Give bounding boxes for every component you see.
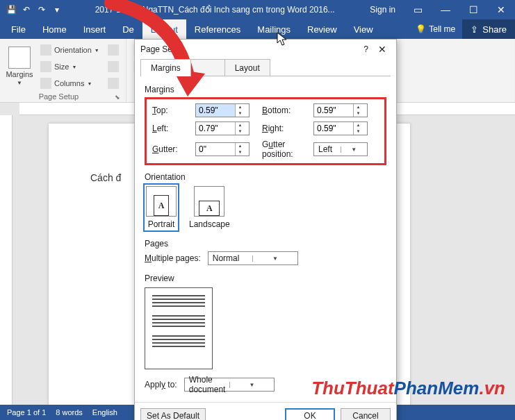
columns-label: Columns [54,79,84,87]
orientation-button[interactable]: Orientation ▼ [38,43,102,57]
dialog-help-button[interactable]: ? [358,44,374,54]
tab-view[interactable]: View [345,19,382,39]
tab-layout[interactable]: Layout [142,19,186,39]
dialog-close-button[interactable]: ✕ [374,44,391,55]
hyphenation-icon [108,78,119,89]
columns-button[interactable]: Columns ▼ [38,76,102,90]
cancel-button[interactable]: Cancel [341,408,391,420]
gutter-position-label: Gutter position: [250,140,313,159]
share-label: Share [482,24,507,35]
right-spinner[interactable]: ▲▼ [313,121,368,135]
orientation-landscape[interactable]: A Landscape [188,185,231,230]
ribbon-tabs: File Home Insert De Layout References Ma… [0,19,515,39]
margins-label: Margins [6,70,33,78]
orientation-label: Orientation [54,46,92,54]
tab-references[interactable]: References [186,19,249,39]
spin-up-icon[interactable]: ▲ [236,104,245,110]
multiple-pages-combo[interactable]: Normal▼ [208,251,298,265]
minimize-button[interactable]: — [432,4,459,15]
spin-up-icon[interactable]: ▲ [236,122,245,128]
page-setup-group-label: Page Setup [4,91,113,101]
qat-customize-icon[interactable]: ▾ [51,4,63,15]
chevron-down-icon: ▼ [17,80,22,86]
spin-down-icon[interactable]: ▼ [236,149,245,156]
margins-button[interactable]: Margins ▼ [4,42,35,91]
tab-file[interactable]: File [3,19,34,39]
window-title: 2017-11-30_NgaTTN_Cách đổi Inch sang cm … [68,5,361,15]
set-as-default-button[interactable]: Set As Default [140,408,206,420]
apply-to-label: Apply to: [145,380,177,389]
spin-down-icon[interactable]: ▼ [236,110,245,117]
tab-mailings[interactable]: Mailings [249,19,299,39]
size-button[interactable]: Size ▼ [38,60,102,74]
multiple-pages-value: Normal [209,253,253,263]
chevron-down-icon: ▼ [229,382,273,388]
size-icon [40,61,51,72]
left-spinner[interactable]: ▲▼ [195,121,250,135]
chevron-down-icon: ▼ [87,81,92,86]
right-label: Right: [250,124,313,133]
tab-insert[interactable]: Insert [75,19,115,39]
breaks-button[interactable] [105,43,122,57]
close-window-button[interactable]: ✕ [487,4,515,15]
chevron-down-icon: ▼ [95,48,99,53]
page-setup-dialog-launcher[interactable]: ⬊ [113,94,122,101]
left-label: Left: [152,124,195,133]
preview-thumbnail [145,287,213,369]
maximize-button[interactable]: ☐ [459,4,487,15]
gutter-position-value: Left [314,144,341,154]
tab-design[interactable]: De [114,19,142,39]
status-language[interactable]: English [92,408,117,417]
orientation-section-label: Orientation [145,172,386,182]
gutter-position-combo[interactable]: Left▼ [313,142,368,156]
chevron-down-icon: ▼ [341,146,368,153]
bottom-input[interactable] [314,104,353,117]
columns-icon [40,78,51,89]
portrait-icon: A [154,195,169,216]
gutter-input[interactable] [196,143,235,156]
spin-up-icon[interactable]: ▲ [236,143,245,149]
share-button[interactable]: ⇪ Share [462,19,515,39]
margins-icon [8,47,31,69]
top-spinner[interactable]: ▲▼ [195,103,250,117]
tell-me[interactable]: 💡 Tell me [409,24,462,34]
right-input[interactable] [314,122,353,135]
vertical-ruler[interactable] [0,115,13,405]
lightbulb-icon: 💡 [416,24,426,34]
save-icon[interactable]: 💾 [6,4,17,15]
line-numbers-button[interactable] [105,60,122,74]
gutter-label: Gutter: [152,144,195,154]
dialog-tab-paper[interactable] [190,59,225,76]
ok-button[interactable]: OK [285,408,335,420]
spin-down-icon[interactable]: ▼ [354,110,363,117]
spin-up-icon[interactable]: ▲ [354,104,363,110]
orientation-portrait[interactable]: A Portrait [145,185,178,230]
hyphenation-button[interactable] [105,76,122,90]
status-page[interactable]: Page 1 of 1 [7,408,46,417]
dialog-tab-margins[interactable]: Margins [140,59,191,76]
document-text: Cách đ [90,172,121,183]
apply-to-combo[interactable]: Whole document▼ [184,378,275,392]
dialog-title: Page Set [140,44,358,54]
spin-down-icon[interactable]: ▼ [354,128,363,135]
spin-up-icon[interactable]: ▲ [354,122,363,128]
tab-home[interactable]: Home [34,19,75,39]
gutter-spinner[interactable]: ▲▼ [195,142,250,156]
sign-in-link[interactable]: Sign in [361,5,404,15]
tab-review[interactable]: Review [299,19,345,39]
bottom-label: Bottom: [250,106,313,115]
orientation-icon [40,44,51,56]
spin-down-icon[interactable]: ▼ [236,128,245,135]
ribbon-options-icon[interactable]: ▭ [404,4,432,15]
left-input[interactable] [196,122,235,135]
chevron-down-icon: ▼ [252,255,297,262]
dialog-tab-layout[interactable]: Layout [224,59,270,76]
size-label: Size [54,62,69,71]
redo-icon[interactable]: ↷ [36,4,47,15]
portrait-label: Portrait [148,219,175,229]
top-input[interactable] [196,104,235,117]
status-words[interactable]: 8 words [56,408,83,417]
preview-section-label: Preview [145,274,386,283]
undo-icon[interactable]: ↶ [21,4,32,15]
bottom-spinner[interactable]: ▲▼ [313,103,368,117]
